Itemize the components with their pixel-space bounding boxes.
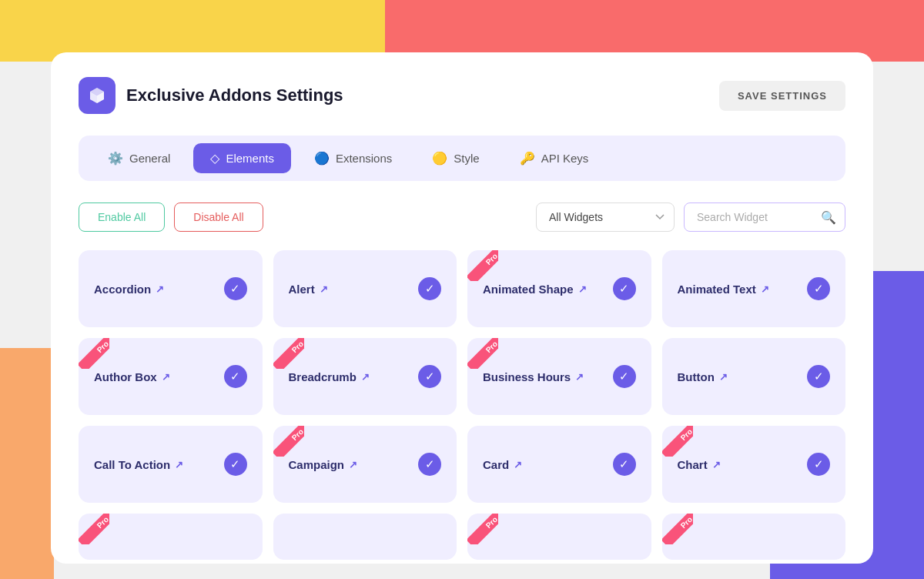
header: Exclusive Addons Settings SAVE SETTINGS: [79, 77, 845, 114]
accordion-arrow-icon: ↗: [156, 283, 164, 295]
placeholder4-pro-badge: [662, 514, 693, 544]
tabs-container: ⚙️ General ◇ Elements 🔵 Extensions 🟡 Sty…: [79, 136, 845, 181]
elements-icon: ◇: [210, 151, 219, 166]
extensions-icon: 🔵: [314, 151, 330, 166]
call-to-action-check-icon[interactable]: ✓: [224, 453, 247, 476]
search-box: 🔍: [684, 202, 845, 232]
animated-shape-check-icon[interactable]: ✓: [613, 277, 636, 300]
button-check-icon[interactable]: ✓: [807, 365, 830, 388]
accordion-check-icon[interactable]: ✓: [224, 277, 247, 300]
campaign-check-icon[interactable]: ✓: [418, 453, 441, 476]
widget-animated-text[interactable]: Animated Text ↗ ✓: [662, 250, 846, 327]
widget-call-to-action[interactable]: Call To Action ↗ ✓: [79, 426, 263, 503]
tab-elements-label: Elements: [226, 152, 274, 165]
filter-area: All Widgets Pro Widgets Free Widgets 🔍: [536, 202, 845, 232]
tab-api-keys-label: API Keys: [541, 152, 589, 165]
search-icon: 🔍: [821, 210, 836, 225]
style-icon: 🟡: [432, 151, 447, 166]
disable-all-button[interactable]: Disable All: [174, 202, 263, 232]
button-arrow-icon: ↗: [719, 371, 728, 383]
tab-api-keys[interactable]: 🔑 API Keys: [503, 143, 606, 173]
chart-check-icon[interactable]: ✓: [807, 453, 830, 476]
enable-all-button[interactable]: Enable All: [79, 202, 165, 232]
chart-arrow-icon: ↗: [712, 459, 721, 470]
widget-author-box-label: Author Box ↗: [94, 370, 170, 383]
alert-arrow-icon: ↗: [320, 283, 328, 295]
business-hours-arrow-icon: ↗: [575, 371, 584, 383]
widget-grid: Accordion ↗ ✓ Alert ↗ ✓ Animated Shape ↗…: [79, 250, 845, 560]
widget-author-box[interactable]: Author Box ↗ ✓: [79, 338, 263, 415]
call-to-action-arrow-icon: ↗: [175, 459, 183, 470]
widget-placeholder-2[interactable]: [273, 514, 457, 560]
tab-style-label: Style: [454, 152, 479, 165]
animated-shape-arrow-icon: ↗: [578, 283, 587, 295]
widget-animated-shape[interactable]: Animated Shape ↗ ✓: [467, 250, 651, 327]
placeholder1-pro-badge: [79, 514, 109, 544]
chart-pro-badge: [662, 426, 693, 457]
widget-placeholder-1[interactable]: [79, 514, 263, 560]
breadcrumb-pro-badge: [273, 338, 304, 369]
widget-card-label: Card ↗: [483, 458, 522, 471]
widget-alert-label: Alert ↗: [289, 283, 328, 296]
campaign-arrow-icon: ↗: [349, 459, 357, 470]
breadcrumb-check-icon[interactable]: ✓: [418, 365, 441, 388]
app-title: Exclusive Addons Settings: [126, 85, 343, 105]
widget-animated-shape-label: Animated Shape ↗: [483, 283, 587, 296]
tab-elements[interactable]: ◇ Elements: [193, 143, 291, 173]
breadcrumb-arrow-icon: ↗: [361, 371, 370, 383]
widget-card[interactable]: Card ↗ ✓: [467, 426, 651, 503]
widget-breadcrumb-label: Breadcrumb ↗: [289, 370, 370, 383]
widget-animated-text-label: Animated Text ↗: [678, 283, 769, 296]
card-check-icon[interactable]: ✓: [613, 453, 636, 476]
widget-filter-select[interactable]: All Widgets Pro Widgets Free Widgets: [536, 202, 675, 232]
tab-extensions-label: Extensions: [336, 152, 392, 165]
tab-style[interactable]: 🟡 Style: [415, 143, 496, 173]
api-keys-icon: 🔑: [520, 151, 535, 166]
card-arrow-icon: ↗: [514, 459, 522, 470]
placeholder3-pro-badge: [467, 514, 498, 544]
author-box-check-icon[interactable]: ✓: [224, 365, 247, 388]
widget-chart-label: Chart ↗: [678, 458, 721, 471]
tab-extensions[interactable]: 🔵 Extensions: [297, 143, 409, 173]
save-settings-button[interactable]: SAVE SETTINGS: [719, 81, 845, 111]
author-box-pro-badge: [79, 338, 109, 369]
tab-general-label: General: [129, 152, 170, 165]
animated-text-arrow-icon: ↗: [761, 283, 769, 295]
widget-button-label: Button ↗: [678, 370, 728, 383]
widget-placeholder-3[interactable]: [467, 514, 651, 560]
logo-area: Exclusive Addons Settings: [79, 77, 343, 114]
business-hours-check-icon[interactable]: ✓: [613, 365, 636, 388]
toggle-buttons: Enable All Disable All: [79, 202, 263, 232]
tab-general[interactable]: ⚙️ General: [91, 143, 187, 173]
bg-orange-decoration: [0, 348, 54, 579]
author-box-arrow-icon: ↗: [162, 371, 170, 383]
widget-chart[interactable]: Chart ↗ ✓: [662, 426, 846, 503]
widget-business-hours[interactable]: Business Hours ↗ ✓: [467, 338, 651, 415]
widget-campaign-label: Campaign ↗: [289, 458, 358, 471]
animated-shape-pro-badge: [467, 250, 498, 281]
widget-accordion[interactable]: Accordion ↗ ✓: [79, 250, 263, 327]
widget-alert[interactable]: Alert ↗ ✓: [273, 250, 457, 327]
animated-text-check-icon[interactable]: ✓: [807, 277, 830, 300]
widget-breadcrumb[interactable]: Breadcrumb ↗ ✓: [273, 338, 457, 415]
main-settings-card: Exclusive Addons Settings SAVE SETTINGS …: [51, 52, 873, 564]
campaign-pro-badge: [273, 426, 304, 457]
widget-placeholder-4[interactable]: [662, 514, 846, 560]
widget-campaign[interactable]: Campaign ↗ ✓: [273, 426, 457, 503]
general-icon: ⚙️: [108, 151, 123, 166]
widget-accordion-label: Accordion ↗: [94, 283, 164, 296]
widget-business-hours-label: Business Hours ↗: [483, 370, 584, 383]
app-logo-icon: [79, 77, 116, 114]
controls-row: Enable All Disable All All Widgets Pro W…: [79, 202, 845, 232]
alert-check-icon[interactable]: ✓: [418, 277, 441, 300]
widget-call-to-action-label: Call To Action ↗: [94, 458, 183, 471]
business-hours-pro-badge: [467, 338, 498, 369]
widget-button[interactable]: Button ↗ ✓: [662, 338, 846, 415]
